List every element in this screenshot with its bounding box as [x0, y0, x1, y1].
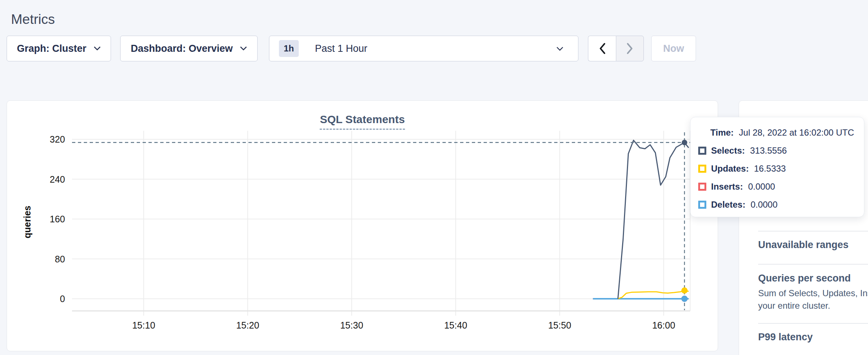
time-range-badge: 1h — [279, 40, 299, 57]
divider — [758, 264, 868, 265]
page-title: Metrics — [11, 10, 55, 29]
tooltip-row-updates: Updates: 16.5333 — [698, 163, 864, 175]
x-tick-label: 15:20 — [236, 320, 259, 330]
chart-tooltip: Time: Jul 28, 2022 at 16:02:00 UTC Selec… — [690, 117, 864, 217]
tooltip-row-deletes: Deletes: 0.0000 — [698, 199, 864, 211]
selects-swatch-icon — [698, 147, 706, 155]
y-tick-label: 80 — [55, 254, 65, 264]
queries-per-second-description: Sum of Selects, Updates, Inserts and Del… — [758, 287, 868, 312]
prev-time-button[interactable] — [588, 36, 616, 61]
sql-statements-chart[interactable]: 08016024032015:1015:2015:3015:4015:5016:… — [7, 101, 718, 351]
tooltip-time-label: Time: — [710, 128, 734, 138]
dashboard-dropdown[interactable]: Dashboard: Overview — [120, 36, 258, 61]
divider — [758, 231, 868, 232]
chevron-down-icon — [556, 47, 563, 51]
chevron-left-icon — [599, 43, 606, 54]
y-tick-label: 320 — [50, 134, 65, 144]
highlight-dot-updates — [681, 287, 688, 294]
tooltip-time-row: Time: Jul 28, 2022 at 16:02:00 UTC — [698, 127, 864, 139]
graph-dropdown-label: Graph: Cluster — [17, 43, 86, 54]
tooltip-row-selects: Selects: 313.5556 — [698, 145, 864, 157]
x-tick-label: 15:30 — [340, 320, 363, 330]
y-axis-label: queries — [22, 206, 32, 239]
time-range-select[interactable]: 1h Past 1 Hour — [269, 36, 578, 61]
chevron-down-icon — [240, 46, 247, 51]
y-tick-label: 160 — [50, 214, 65, 224]
now-button[interactable]: Now — [651, 36, 696, 61]
sidebar-item-unavailable-ranges: Unavailable ranges — [758, 239, 849, 251]
x-tick-label: 15:10 — [132, 320, 155, 330]
inserts-swatch-icon — [698, 183, 706, 191]
x-tick-label: 15:40 — [444, 320, 467, 330]
sidebar-item-queries-per-second: Queries per second — [758, 273, 851, 284]
y-tick-label: 0 — [60, 294, 65, 304]
time-pager — [588, 36, 644, 61]
now-button-label: Now — [663, 43, 684, 54]
time-range-label: Past 1 Hour — [315, 43, 367, 54]
highlight-dot-selects — [682, 140, 687, 145]
chevron-right-icon — [626, 43, 634, 54]
divider — [758, 323, 868, 324]
deletes-swatch-icon — [698, 201, 706, 209]
updates-swatch-icon — [698, 165, 706, 173]
dashboard-dropdown-label: Dashboard: Overview — [131, 43, 233, 54]
sidebar-item-p99-latency: P99 latency — [758, 331, 813, 343]
x-tick-label: 16:00 — [652, 320, 675, 330]
graph-dropdown[interactable]: Graph: Cluster — [7, 36, 111, 61]
next-time-button[interactable] — [616, 36, 644, 61]
highlight-dot-deletes — [681, 296, 688, 302]
series-line-selects — [618, 140, 688, 299]
tooltip-row-inserts: Inserts: 0.0000 — [698, 181, 864, 193]
y-tick-label: 240 — [50, 174, 65, 184]
chevron-down-icon — [94, 46, 101, 51]
tooltip-time-value: Jul 28, 2022 at 16:02:00 UTC — [739, 128, 854, 138]
sql-statements-card: SQL Statements 08016024032015:1015:2015:… — [7, 100, 718, 351]
series-line-updates — [618, 291, 688, 299]
x-tick-label: 15:50 — [548, 320, 571, 330]
